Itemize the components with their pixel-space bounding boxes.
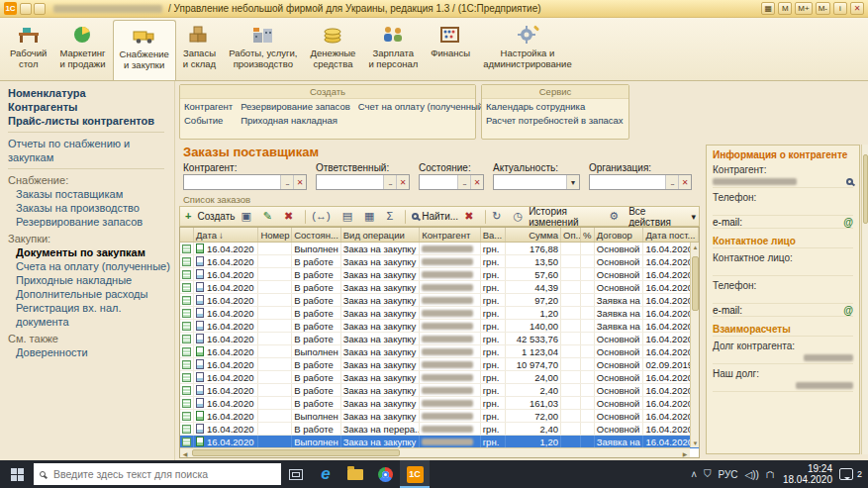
all-actions-button[interactable]: Все действия bbox=[628, 206, 696, 228]
grid-view-icon[interactable]: ▦ bbox=[362, 208, 382, 225]
table-row[interactable]: 16.04.2020 В работе Заказ на закупку грн… bbox=[180, 294, 699, 307]
filter-input[interactable] bbox=[183, 174, 307, 190]
sidebar-item[interactable]: Прайс-листы контрагентов bbox=[8, 114, 174, 128]
sidebar-item[interactable] bbox=[8, 168, 164, 169]
email-at-icon[interactable]: @ bbox=[843, 305, 853, 316]
create-command-link[interactable]: Приходная накладная bbox=[241, 115, 350, 126]
tab-inventory-warehouse[interactable]: Запасы и склад bbox=[177, 20, 222, 80]
sidebar-item[interactable]: Документы по закупкам bbox=[8, 245, 174, 259]
tab-payroll-hr[interactable]: Зарплата и персонал bbox=[362, 20, 424, 80]
set-interval-icon[interactable]: (↔) bbox=[310, 208, 338, 225]
clock[interactable]: 19:24 18.04.2020 bbox=[783, 463, 832, 485]
find-quick-icon[interactable] bbox=[34, 3, 46, 15]
table-row[interactable]: 16.04.2020 В работе Заказ на закупку грн… bbox=[180, 384, 699, 397]
lookup-icon[interactable] bbox=[280, 175, 293, 189]
taskbar-search[interactable] bbox=[34, 463, 281, 485]
notification-icon[interactable] bbox=[839, 468, 853, 480]
clear-icon[interactable] bbox=[396, 175, 409, 189]
clear-icon[interactable] bbox=[678, 175, 691, 189]
sidebar-item[interactable]: Дополнительные расходы bbox=[8, 287, 174, 301]
volume-icon[interactable]: ◁)) bbox=[745, 469, 759, 480]
start-button[interactable] bbox=[0, 460, 34, 488]
filter-input[interactable] bbox=[589, 174, 692, 190]
panel-scrollbar[interactable] bbox=[861, 145, 868, 454]
create-command-link[interactable]: Счет на оплату (полученный) bbox=[358, 101, 486, 112]
chrome-app-icon[interactable] bbox=[370, 460, 400, 488]
sidebar-item[interactable]: Регистрация вх. нал. документа bbox=[8, 301, 174, 329]
delete-icon[interactable]: ✖ bbox=[282, 208, 301, 225]
shield-icon[interactable]: ⛉ bbox=[704, 468, 712, 480]
filter-input[interactable] bbox=[316, 174, 410, 190]
chevron-down-icon[interactable] bbox=[566, 175, 579, 189]
table-row[interactable]: 16.04.2020 В работе Заказ на закупку грн… bbox=[180, 255, 699, 268]
table-row[interactable]: 16.04.2020 Выполнен Заказ на закупку грн… bbox=[180, 243, 699, 255]
memory-button[interactable]: M bbox=[778, 2, 792, 15]
vertical-scrollbar[interactable]: ▲▼ bbox=[690, 243, 699, 447]
sidebar-item[interactable]: Резервирование запасов bbox=[8, 215, 174, 229]
table-row[interactable]: 16.04.2020 В работе Заказ на закупку грн… bbox=[180, 333, 699, 345]
tab-marketing-sales[interactable]: Маркетинг и продажи bbox=[53, 20, 111, 80]
table-row[interactable]: 16.04.2020 Выполнен Заказ на закупку грн… bbox=[180, 345, 699, 358]
toolbar-separator[interactable] bbox=[485, 210, 486, 224]
edge-app-icon[interactable]: e bbox=[311, 460, 340, 488]
email-at-icon[interactable]: @ bbox=[843, 217, 853, 228]
service-command-link[interactable]: Расчет потребностей в запасах bbox=[486, 115, 624, 126]
table-row[interactable]: 16.04.2020 В работе Заказ на перера... г… bbox=[180, 423, 699, 436]
find-button[interactable]: Найти... bbox=[410, 208, 460, 225]
lookup-icon[interactable] bbox=[665, 175, 678, 189]
sidebar-item[interactable]: Контрагенты bbox=[8, 100, 174, 114]
settings-icon[interactable]: ⚙ bbox=[607, 208, 627, 225]
tray-expand-icon[interactable]: ˄ bbox=[691, 469, 697, 480]
edit-icon[interactable]: ✎ bbox=[261, 208, 280, 225]
sidebar-item[interactable]: Номенклатура bbox=[8, 86, 174, 100]
history-button[interactable]: ◷История изменений bbox=[512, 208, 606, 225]
table-row[interactable]: 16.04.2020 В работе Заказ на закупку грн… bbox=[180, 268, 699, 281]
sidebar-item[interactable] bbox=[8, 132, 164, 133]
clear-icon[interactable] bbox=[293, 175, 306, 189]
clear-find-icon[interactable]: ✖ bbox=[462, 208, 481, 225]
phone-value[interactable] bbox=[713, 203, 853, 216]
sidebar-item[interactable]: См. также bbox=[8, 332, 174, 345]
explorer-app-icon[interactable] bbox=[340, 460, 370, 488]
sum-icon[interactable]: Σ bbox=[384, 208, 401, 225]
horizontal-scrollbar[interactable]: ◀▶ bbox=[180, 447, 690, 457]
tab-works-production[interactable]: Работы, услуги, производство bbox=[223, 20, 303, 80]
create-button[interactable]: +Создать bbox=[183, 208, 237, 225]
search-input[interactable] bbox=[51, 467, 275, 481]
contact-email-row[interactable]: e-mail:@ bbox=[713, 304, 853, 317]
calculator-icon[interactable]: ▦ bbox=[761, 2, 775, 15]
info-icon[interactable]: i bbox=[833, 2, 847, 15]
tab-cash[interactable]: Денежные средства bbox=[305, 20, 362, 80]
language-indicator[interactable]: РУС bbox=[719, 469, 738, 480]
create-command-link[interactable]: Резервирование запасов bbox=[241, 101, 350, 112]
task-view-button[interactable] bbox=[281, 460, 311, 488]
copy-icon[interactable]: ▣ bbox=[239, 208, 258, 225]
create-command-link[interactable]: Событие bbox=[184, 115, 233, 126]
sidebar-item[interactable]: Доверенности bbox=[8, 345, 174, 359]
email-row[interactable]: e-mail:@ bbox=[713, 216, 853, 229]
table-header[interactable]: Дата↓ Номер Состоян... Вид операции Конт… bbox=[180, 228, 699, 243]
table-row[interactable]: 16.04.2020 В работе Заказ на закупку грн… bbox=[180, 307, 699, 320]
table-row[interactable]: 16.04.2020 В работе Заказ на закупку грн… bbox=[180, 397, 699, 410]
table-row[interactable]: 16.04.2020 В работе Заказ на закупку грн… bbox=[180, 281, 699, 294]
filter-input[interactable] bbox=[493, 174, 580, 190]
1c-app-icon[interactable]: 1С bbox=[400, 460, 430, 488]
table-row[interactable]: 16.04.2020 В работе Заказ на закупку грн… bbox=[180, 320, 699, 333]
counterparty-value[interactable] bbox=[713, 175, 853, 188]
table-row[interactable]: 16.04.2020 В работе Заказ на закупку грн… bbox=[180, 371, 699, 384]
memory-minus-button[interactable]: M- bbox=[816, 2, 830, 15]
refresh-icon[interactable]: ↻ bbox=[490, 208, 509, 225]
tab-workspace[interactable]: Рабочий стол bbox=[4, 20, 52, 80]
toolbar-separator[interactable] bbox=[405, 210, 406, 224]
contact-value[interactable] bbox=[713, 263, 853, 276]
sidebar-item[interactable]: Снабжение: bbox=[8, 173, 174, 187]
table-row[interactable]: 16.04.2020 В работе Заказ на закупку грн… bbox=[180, 358, 699, 371]
sidebar-item[interactable]: Заказы на производство bbox=[8, 201, 174, 215]
list-view-icon[interactable]: ▤ bbox=[340, 208, 360, 225]
tab-finance[interactable]: Финансы bbox=[425, 20, 476, 80]
sidebar-item[interactable]: Отчеты по снабжению и закупкам bbox=[8, 137, 174, 164]
save-icon[interactable] bbox=[20, 3, 32, 15]
contact-phone-value[interactable] bbox=[713, 291, 853, 304]
tab-settings-admin[interactable]: Настройка и администрирование bbox=[477, 20, 578, 80]
toolbar-separator[interactable] bbox=[305, 210, 306, 224]
